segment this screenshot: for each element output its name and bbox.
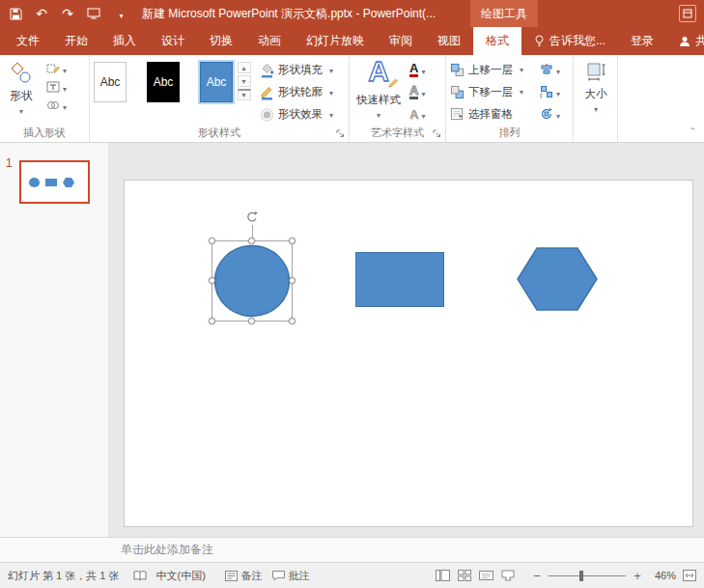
size-label: 大小: [585, 87, 607, 101]
hexagon-shape[interactable]: [517, 247, 598, 311]
text-outline-icon: A: [409, 84, 418, 99]
zoom-in-button[interactable]: +: [633, 569, 642, 583]
shape-effects-label: 形状效果: [278, 107, 323, 122]
tab-review[interactable]: 审阅: [377, 27, 425, 55]
customize-qat-button[interactable]: [111, 4, 128, 23]
fit-to-window-icon: [683, 570, 696, 581]
shape-style-preset-1[interactable]: Abc: [94, 62, 127, 102]
group-objects-icon: [540, 85, 553, 98]
rotate-objects-button[interactable]: [540, 105, 560, 123]
tab-animations[interactable]: 动画: [245, 27, 294, 55]
ribbon-group-shape-styles: Abc Abc Abc ▲ ▼ ▼ 形状填充 形状轮廓 形状效果 形状样式: [90, 55, 350, 142]
normal-view-icon: [436, 570, 450, 581]
tell-me-box[interactable]: 告诉我您...: [521, 27, 618, 55]
shape-style-preset-2[interactable]: Abc: [147, 62, 180, 102]
size-button[interactable]: 大小: [577, 55, 615, 115]
comments-toggle[interactable]: 批注: [272, 569, 310, 583]
gallery-down-button[interactable]: ▼: [238, 75, 251, 87]
caret-icon: [421, 62, 425, 77]
language-indicator[interactable]: 中文(中国): [156, 569, 206, 583]
slide-sorter-view-button[interactable]: [458, 570, 471, 581]
merge-shapes-button[interactable]: [46, 97, 67, 113]
reading-view-button[interactable]: [479, 570, 493, 581]
tab-format[interactable]: 格式: [473, 27, 521, 55]
slideshow-view-button[interactable]: [501, 570, 515, 581]
save-button[interactable]: [7, 4, 24, 23]
thumb-ellipse: [29, 178, 40, 187]
pencil-icon: [388, 76, 400, 88]
resize-handle-se[interactable]: [289, 318, 296, 324]
edit-shape-button[interactable]: [46, 60, 67, 76]
gallery-up-button[interactable]: ▲: [238, 62, 251, 73]
quick-styles-label: 快速样式: [356, 93, 401, 107]
shape-styles-dialog-launcher[interactable]: [336, 129, 345, 138]
notes-pane[interactable]: 单击此处添加备注: [0, 537, 704, 562]
undo-button[interactable]: ↶: [33, 4, 50, 23]
bring-forward-label: 上移一层: [468, 63, 513, 77]
redo-button[interactable]: ↷: [59, 4, 76, 23]
shapes-button[interactable]: 形状: [2, 55, 41, 117]
thumb-hexagon: [63, 178, 74, 187]
resize-handle-sw[interactable]: [209, 318, 215, 324]
selection-pane-button[interactable]: 选择窗格: [450, 105, 513, 123]
shape-outline-button[interactable]: 形状轮廓: [260, 83, 333, 101]
group-label-insert-shapes: 插入形状: [0, 126, 89, 140]
caret-icon: [421, 84, 425, 99]
wordart-dialog-launcher[interactable]: [433, 129, 441, 138]
slide-thumbnail-1[interactable]: [19, 160, 90, 204]
text-fill-button[interactable]: A: [409, 61, 425, 78]
tab-view[interactable]: 视图: [425, 27, 473, 55]
tab-file[interactable]: 文件: [4, 27, 52, 55]
shape-fill-icon: [260, 63, 274, 78]
tab-slideshow[interactable]: 幻灯片放映: [294, 27, 377, 55]
share-button[interactable]: 共享: [666, 27, 704, 55]
spellcheck-button[interactable]: [133, 571, 147, 581]
send-backward-icon: [450, 85, 465, 99]
view-switcher: [436, 570, 515, 581]
reading-view-icon: [479, 570, 493, 581]
resize-handle-n[interactable]: [248, 238, 255, 244]
resize-handle-s[interactable]: [248, 318, 255, 324]
notes-toggle[interactable]: 备注: [225, 569, 263, 583]
zoom-level[interactable]: 46%: [649, 570, 676, 581]
align-button[interactable]: [540, 61, 560, 78]
thumb-rectangle: [45, 179, 57, 186]
text-box-button[interactable]: [46, 78, 67, 95]
resize-handle-ne[interactable]: [289, 238, 296, 244]
shape-fill-button[interactable]: 形状填充: [260, 61, 333, 79]
shape-effects-button[interactable]: 形状效果: [260, 105, 333, 124]
text-outline-button[interactable]: A: [409, 83, 425, 100]
start-slideshow-button[interactable]: [85, 4, 102, 23]
shape-style-preset-3-selected[interactable]: Abc: [200, 62, 233, 102]
ribbon-display-options-icon: [683, 9, 692, 18]
ribbon-display-options-button[interactable]: [679, 5, 696, 22]
sign-in-button[interactable]: 登录: [618, 27, 666, 55]
tab-design[interactable]: 设计: [149, 27, 197, 55]
spellcheck-icon: [133, 571, 147, 581]
tab-home[interactable]: 开始: [52, 27, 100, 55]
gallery-more-button[interactable]: ▼: [238, 89, 251, 100]
shape-selection-box: [211, 240, 293, 322]
resize-handle-e[interactable]: [289, 277, 296, 284]
bring-forward-icon: [450, 63, 465, 77]
zoom-slider-thumb[interactable]: [579, 571, 583, 581]
normal-view-button[interactable]: [436, 570, 450, 581]
rotation-handle[interactable]: [245, 210, 259, 224]
zoom-slider[interactable]: [549, 575, 626, 576]
bring-forward-button[interactable]: 上移一层: [450, 61, 523, 78]
resize-handle-nw[interactable]: [209, 238, 215, 244]
quick-styles-button[interactable]: A 快速样式: [355, 55, 402, 121]
resize-handle-w[interactable]: [209, 277, 215, 284]
collapse-ribbon-icon[interactable]: ⌃: [689, 126, 696, 136]
slide-surface[interactable]: [124, 180, 693, 527]
group-objects-button[interactable]: [540, 83, 560, 100]
tab-transitions[interactable]: 切换: [197, 27, 245, 55]
fit-to-window-button[interactable]: [683, 570, 696, 581]
text-effects-button[interactable]: A: [409, 105, 425, 123]
send-backward-button[interactable]: 下移一层: [450, 83, 523, 100]
rectangle-shape[interactable]: [355, 252, 444, 307]
slide-thumbnail-panel: 1: [0, 143, 109, 537]
rotate-objects-icon: [540, 107, 553, 121]
zoom-out-button[interactable]: −: [532, 569, 542, 583]
tab-insert[interactable]: 插入: [100, 27, 149, 55]
